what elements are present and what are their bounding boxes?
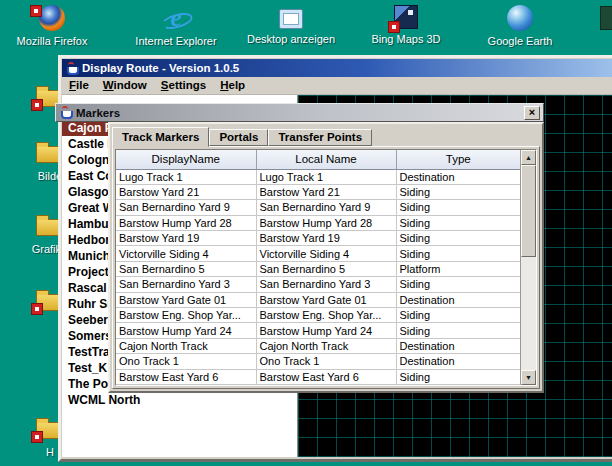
- table-row[interactable]: Lugo Track 1Lugo Track 1Destination: [116, 169, 520, 184]
- desktop-icon-label: Desktop anzeigen: [244, 33, 338, 45]
- table-row[interactable]: Barstow Yard 19Barstow Yard 19Siding: [116, 231, 520, 246]
- table-row[interactable]: San Bernardino Yard 9San Bernardino Yard…: [116, 200, 520, 215]
- table-cell: Destination: [396, 169, 520, 184]
- table-cell: Cajon North Track: [256, 338, 396, 353]
- desktop-icon-bing[interactable]: Bing Maps 3D: [364, 5, 448, 45]
- java-dialog-icon: [59, 106, 72, 119]
- table-cell: San Bernardino Yard 3: [256, 277, 396, 292]
- table-cell: Barstow Yard 19: [116, 231, 256, 246]
- table-cell: Siding: [396, 308, 520, 323]
- table-cell: Barstow Eng. Shop Yar...: [256, 308, 396, 323]
- earth-icon: [507, 5, 533, 31]
- table-cell: Barstow Yard 19: [256, 231, 396, 246]
- markers-dialog-title: Markers: [76, 107, 520, 119]
- table-cell: Lugo Track 1: [256, 169, 396, 184]
- table-cell: Victorville Siding 4: [116, 246, 256, 261]
- shortcut-badge: [31, 99, 43, 111]
- menu-label-rest: ettings: [168, 79, 206, 91]
- window-titlebar[interactable]: Display Route - Version 1.0.5: [62, 59, 612, 77]
- table-cell: Barstow Eng. Shop Yar...: [116, 308, 256, 323]
- table-cell: Barstow Hump Yard 24: [116, 323, 256, 338]
- table-cell: Barstow East Yard 6: [256, 369, 396, 384]
- table-row[interactable]: Barstow Hump Yard 24Barstow Hump Yard 24…: [116, 323, 520, 338]
- route-list-item[interactable]: WCML North: [62, 392, 297, 408]
- tab-content-pane: DisplayNameLocal NameType Lugo Track 1Lu…: [112, 146, 540, 389]
- scroll-up-icon: ▲: [525, 154, 532, 161]
- table-cell: Siding: [396, 231, 520, 246]
- menu-item-settings[interactable]: Settings: [154, 78, 213, 93]
- table-cell: Siding: [396, 369, 520, 384]
- table-row[interactable]: San Bernardino 5San Bernardino 5Platform: [116, 261, 520, 276]
- showdesktop-icon: [279, 9, 303, 29]
- table-row[interactable]: Cajon North TrackCajon North TrackDestin…: [116, 338, 520, 353]
- table-row[interactable]: Barstow Hump Yard 28Barstow Hump Yard 28…: [116, 215, 520, 230]
- menu-accel: W: [103, 79, 114, 91]
- vertical-scrollbar[interactable]: ▲ ▼: [520, 150, 536, 385]
- menu-bar: FileWindowSettingsHelp: [62, 77, 612, 95]
- table-cell: Siding: [396, 200, 520, 215]
- table-cell: Destination: [396, 292, 520, 307]
- markers-table-wrap: DisplayNameLocal NameType Lugo Track 1Lu…: [115, 149, 537, 386]
- table-cell: San Bernardino Yard 3: [116, 277, 256, 292]
- table-cell: Siding: [396, 277, 520, 292]
- desktop-icons-top: Mozilla FirefoxeInternet ExplorerDesktop…: [0, 5, 612, 59]
- menu-accel: F: [69, 79, 76, 91]
- column-header[interactable]: DisplayName: [116, 150, 256, 169]
- table-cell: Siding: [396, 323, 520, 338]
- tab-portals[interactable]: Portals: [209, 129, 268, 146]
- table-cell: San Bernardino 5: [256, 261, 396, 276]
- table-cell: Barstow Yard Gate 01: [116, 292, 256, 307]
- table-cell: Lugo Track 1: [116, 169, 256, 184]
- scroll-up-button[interactable]: ▲: [521, 150, 536, 165]
- scrollbar-thumb[interactable]: [521, 165, 536, 257]
- window-title: Display Route - Version 1.0.5: [82, 62, 239, 74]
- menu-item-window[interactable]: Window: [96, 78, 154, 93]
- table-row[interactable]: Barstow Yard 21Barstow Yard 21Siding: [116, 184, 520, 199]
- table-row[interactable]: Barstow Yard Gate 01Barstow Yard Gate 01…: [116, 292, 520, 307]
- java-app-icon: [65, 62, 78, 75]
- shortcut-badge: [31, 431, 43, 443]
- cut-off-desktop-icon[interactable]: [600, 6, 612, 30]
- table-cell: Cajon North Track: [116, 338, 256, 353]
- menu-item-file[interactable]: File: [62, 78, 96, 93]
- table-cell: Barstow Yard 21: [116, 184, 256, 199]
- column-header[interactable]: Local Name: [256, 150, 396, 169]
- shortcut-badge: [31, 303, 43, 315]
- close-button[interactable]: ×: [524, 106, 540, 120]
- desktop-icon-label: Internet Explorer: [134, 35, 218, 47]
- markers-dialog-titlebar[interactable]: Markers ×: [55, 103, 544, 122]
- desktop-icon-showdesktop[interactable]: Desktop anzeigen: [244, 5, 338, 45]
- table-cell: Barstow Yard Gate 01: [256, 292, 396, 307]
- close-icon: ×: [529, 106, 535, 118]
- table-cell: Platform: [396, 261, 520, 276]
- scroll-down-button[interactable]: ▼: [521, 370, 536, 385]
- table-row[interactable]: Barstow Eng. Shop Yar...Barstow Eng. Sho…: [116, 308, 520, 323]
- markers-dialog-body: Track MarkersPortalsTransfer Points Disp…: [108, 122, 544, 393]
- menu-item-help[interactable]: Help: [213, 78, 252, 93]
- table-cell: San Bernardino 5: [116, 261, 256, 276]
- table-row[interactable]: Ono Track 1Ono Track 1Destination: [116, 354, 520, 369]
- column-header[interactable]: Type: [396, 150, 520, 169]
- table-cell: Victorville Siding 4: [256, 246, 396, 261]
- desktop-icon-label: Google Earth: [480, 35, 560, 47]
- table-header: DisplayNameLocal NameType: [116, 150, 520, 169]
- desktop-icon-label: Bing Maps 3D: [364, 33, 448, 45]
- table-row[interactable]: Victorville Siding 4Victorville Siding 4…: [116, 246, 520, 261]
- tab-transfer-points[interactable]: Transfer Points: [268, 129, 372, 146]
- desktop-icon-ie[interactable]: eInternet Explorer: [134, 5, 218, 47]
- tab-track-markers[interactable]: Track Markers: [112, 127, 209, 147]
- table-cell: Siding: [396, 215, 520, 230]
- desktop-icon-earth[interactable]: Google Earth: [480, 5, 560, 47]
- table-cell: San Bernardino Yard 9: [116, 200, 256, 215]
- table-cell: Ono Track 1: [116, 354, 256, 369]
- menu-label-rest: indow: [114, 79, 147, 91]
- table-row[interactable]: San Bernardino Yard 3San Bernardino Yard…: [116, 277, 520, 292]
- table-cell: Siding: [396, 246, 520, 261]
- table-body: Lugo Track 1Lugo Track 1DestinationBarst…: [116, 169, 520, 385]
- scroll-down-icon: ▼: [525, 374, 532, 381]
- table-header-row: DisplayNameLocal NameType: [116, 150, 520, 169]
- table-row[interactable]: Barstow East Yard 6Barstow East Yard 6Si…: [116, 369, 520, 384]
- table-cell: Barstow East Yard 6: [116, 369, 256, 384]
- table-cell: San Bernardino Yard 9: [256, 200, 396, 215]
- menu-label-rest: ile: [76, 79, 89, 91]
